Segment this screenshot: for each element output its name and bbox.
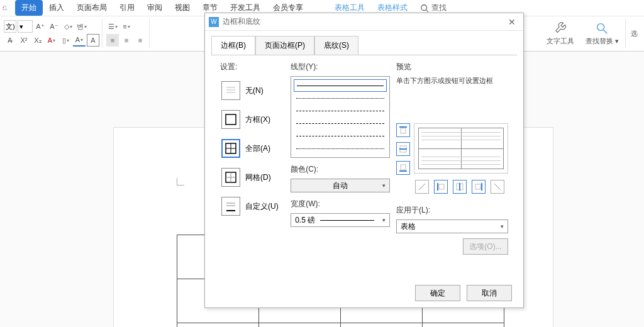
svg-line-1 (426, 9, 429, 12)
font-color-button[interactable]: A (45, 34, 58, 47)
tab-review[interactable]: 审阅 (141, 0, 169, 16)
dialog-tabs: 边框(B) 页面边框(P) 底纹(S) (205, 31, 523, 55)
find-replace-button[interactable]: 查找替换 ▾ (580, 19, 624, 48)
style-column: 线型(Y): 颜色(C): 自动 宽度(W): 0.5 磅 (291, 62, 390, 272)
setting-custom[interactable]: 自定义(U) (220, 196, 284, 217)
char-border-button[interactable]: A (73, 34, 86, 47)
line-style-solid[interactable] (294, 79, 387, 92)
tab-border[interactable]: 边框(B) (211, 36, 255, 55)
svg-line-23 (419, 184, 425, 190)
tab-insert[interactable]: 插入 (43, 0, 70, 16)
borders-shading-dialog: W 边框和底纹 ✕ 边框(B) 页面边框(P) 底纹(S) 设置: 无(N) 方… (204, 13, 524, 308)
align-right-button[interactable]: ≡ (134, 34, 147, 47)
style-label: 线型(Y): (291, 62, 390, 72)
numbering-button[interactable]: ≡ (120, 20, 133, 33)
svg-rect-25 (439, 184, 444, 189)
options-button: 选项(O)... (463, 238, 508, 255)
tab-ref[interactable]: 引用 (113, 0, 141, 16)
subscript-button[interactable]: X₂ (31, 34, 44, 47)
color-label: 颜色(C): (291, 164, 390, 175)
svg-line-3 (604, 30, 608, 34)
highlight-button[interactable]: ▯ (59, 34, 72, 47)
shrink-font-button[interactable]: A⁻ (48, 20, 60, 33)
align-center-button[interactable]: ≡ (120, 34, 133, 47)
svg-point-0 (421, 4, 427, 10)
undo-icon[interactable]: ⎌ (3, 3, 13, 13)
clear-format-button[interactable]: ◇ (62, 20, 74, 33)
preview-label: 预览 (396, 62, 508, 72)
tab-page-border[interactable]: 页面边框(P) (255, 36, 314, 55)
color-dropdown[interactable]: 自动 (291, 179, 390, 192)
width-dropdown[interactable]: 0.5 磅 (291, 213, 390, 227)
tab-shading[interactable]: 底纹(S) (314, 36, 358, 55)
svg-rect-28 (475, 184, 480, 189)
magnifier-icon (595, 21, 609, 35)
line-style-dashed[interactable] (294, 117, 387, 130)
setting-box[interactable]: 方框(X) (220, 109, 284, 130)
border-right-button[interactable] (472, 180, 486, 194)
margin-corner-icon (177, 178, 184, 186)
border-left-button[interactable] (434, 180, 448, 194)
setting-none[interactable]: 无(N) (220, 80, 284, 101)
tab-layout[interactable]: 页面布局 (70, 0, 113, 16)
grow-font-button[interactable]: A⁺ (34, 20, 47, 33)
line-style-dashed-fine[interactable] (294, 104, 387, 117)
border-vmid-button[interactable] (453, 180, 467, 194)
dialog-title: 边框和底纹 (223, 16, 504, 27)
font-combo[interactable]: 文) (4, 20, 16, 33)
setting-all[interactable]: 全部(A) (220, 138, 284, 159)
search-box[interactable]: 查找 (420, 3, 447, 13)
bullets-button[interactable]: ☰ (106, 20, 119, 33)
border-hmid-button[interactable] (396, 142, 410, 156)
tab-start[interactable]: 开始 (15, 0, 43, 16)
svg-rect-7 (226, 114, 236, 125)
search-icon (420, 4, 429, 13)
settings-column: 设置: 无(N) 方框(X) 全部(A) 网格(D) 自定义(U) (220, 62, 284, 272)
phonetic-button[interactable]: 변 (75, 20, 88, 33)
wrench-icon (553, 21, 567, 35)
border-diag2-button[interactable] (491, 180, 504, 194)
size-combo[interactable]: ▾ (18, 20, 33, 33)
align-left-button[interactable]: ≡ (106, 34, 119, 47)
ok-button[interactable]: 确定 (415, 285, 460, 301)
apply-label: 应用于(L): (396, 205, 508, 216)
char-shading-button[interactable]: A (87, 34, 99, 47)
preview-column: 预览 单击下方图示或按钮可设置边框 (396, 62, 508, 272)
preview-box[interactable] (414, 123, 508, 174)
svg-point-2 (597, 24, 604, 31)
border-bottom-button[interactable] (396, 161, 410, 175)
close-button[interactable]: ✕ (504, 14, 519, 30)
settings-label: 设置: (220, 62, 284, 72)
select-button[interactable]: 选 (625, 19, 643, 48)
dialog-footer: 确定 取消 (205, 279, 523, 308)
preview-hint: 单击下方图示或按钮可设置边框 (396, 76, 508, 86)
text-tools-button[interactable]: 文字工具 (541, 19, 579, 48)
svg-rect-18 (401, 128, 406, 133)
strike-button[interactable]: A̶ (4, 34, 16, 47)
setting-grid[interactable]: 网格(D) (220, 167, 284, 188)
cancel-button[interactable]: 取消 (467, 285, 512, 301)
line-style-list[interactable] (291, 76, 390, 158)
apply-dropdown[interactable]: 表格 (396, 219, 508, 233)
superscript-button[interactable]: X² (18, 34, 30, 47)
width-label: 宽度(W): (291, 199, 390, 209)
dialog-titlebar: W 边框和底纹 ✕ (205, 13, 523, 31)
line-style-dashdotdot[interactable] (294, 142, 387, 155)
svg-rect-21 (401, 165, 406, 170)
border-top-button[interactable] (396, 123, 410, 137)
line-style-dashdot[interactable] (294, 130, 387, 142)
border-diag1-button[interactable] (415, 180, 429, 194)
svg-line-30 (494, 184, 501, 190)
app-icon: W (209, 17, 219, 27)
line-style-dotted[interactable] (294, 92, 387, 104)
tab-view[interactable]: 视图 (169, 0, 196, 16)
